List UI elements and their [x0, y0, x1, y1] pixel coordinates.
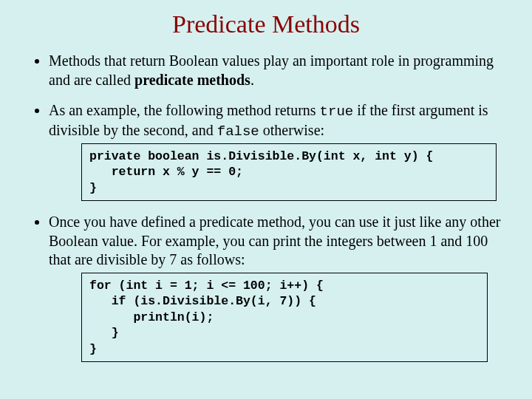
- bullet-2: As an example, the following method retu…: [49, 101, 502, 201]
- bullet-2-text-c: otherwise:: [259, 122, 324, 138]
- code-true: true: [320, 103, 354, 120]
- code-block-2: for (int i = 1; i <= 100; i++) { if (is.…: [81, 273, 488, 362]
- bullet-1-text-c: .: [250, 72, 254, 88]
- code-false: false: [217, 123, 259, 140]
- bullet-3-text: Once you have defined a predicate method…: [49, 214, 500, 267]
- slide: Predicate Methods Methods that return Bo…: [0, 0, 532, 389]
- bullet-list: Methods that return Boolean values play …: [30, 52, 502, 362]
- slide-title: Predicate Methods: [30, 10, 502, 38]
- bullet-3: Once you have defined a predicate method…: [49, 213, 502, 362]
- code-block-1: private boolean is.Divisible.By(int x, i…: [81, 143, 497, 201]
- bullet-1-bold: predicate methods: [134, 72, 250, 88]
- bullet-1: Methods that return Boolean values play …: [49, 52, 502, 89]
- bullet-2-text-a: As an example, the following method retu…: [49, 102, 320, 118]
- bullet-1-text-a: Methods that return Boolean values play …: [49, 52, 494, 88]
